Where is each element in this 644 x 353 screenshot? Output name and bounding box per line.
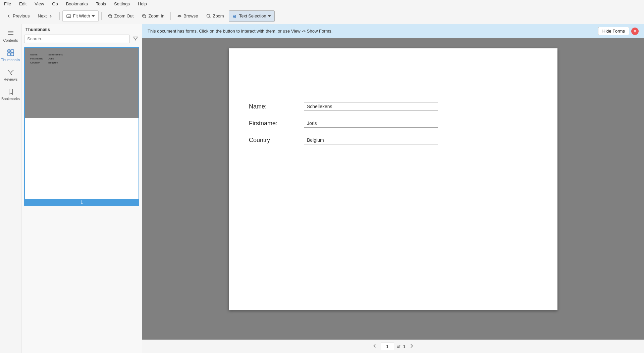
svg-point-10 (207, 14, 210, 17)
page-number-input[interactable] (381, 343, 394, 350)
zoom-in-icon (142, 13, 147, 19)
page-prev-icon (373, 344, 376, 348)
zoom-icon (206, 13, 211, 19)
search-input[interactable] (24, 35, 130, 43)
reviews-icon (7, 69, 14, 76)
pdf-scroll-area[interactable]: Name: Firstname: Country (142, 38, 644, 340)
menu-help[interactable]: Help (137, 1, 148, 7)
close-notice-button[interactable]: × (631, 28, 639, 35)
sidebar-thumbnails-label: Thumbnails (1, 58, 20, 62)
name-label: Name: (249, 103, 296, 110)
thumbnail-bottom-area (25, 118, 139, 199)
zoom-button[interactable]: Zoom (203, 10, 227, 22)
svg-line-8 (145, 17, 146, 18)
browse-icon (177, 13, 182, 19)
svg-point-9 (179, 15, 180, 17)
svg-rect-18 (8, 53, 10, 56)
separator-3 (170, 12, 171, 20)
svg-text:AI: AI (233, 15, 236, 18)
menu-file[interactable]: File (3, 1, 12, 7)
toolbar: Previous Next Fit Width Zoom Out Zoom In (0, 8, 644, 24)
menu-go[interactable]: Go (51, 1, 59, 7)
name-input[interactable] (304, 102, 438, 111)
page-total: 1 (403, 344, 406, 349)
hide-forms-button[interactable]: Hide Forms (598, 27, 629, 35)
fit-width-button[interactable]: Fit Width (62, 10, 98, 22)
close-icon: × (634, 29, 636, 34)
ai-text-icon: AI (232, 13, 238, 19)
forms-notice-message: This document has forms. Click on the bu… (148, 29, 332, 34)
thumbnails-content: Name: Firstname: Country Schellekens Jor… (21, 44, 142, 353)
menu-view[interactable]: View (33, 1, 45, 7)
filter-button[interactable] (132, 35, 139, 43)
sidebar-icons: Contents Thumbnails Reviews Bookmarks (0, 24, 21, 353)
sidebar-item-contents[interactable]: Contents (1, 27, 20, 45)
thumbnails-icon (7, 49, 14, 56)
page-of-label: of (397, 344, 400, 349)
pdf-area: This document has forms. Click on the bu… (142, 24, 644, 353)
sidebar-contents-label: Contents (3, 38, 18, 42)
menu-bookmarks[interactable]: Bookmarks (65, 1, 89, 7)
sidebar-item-thumbnails[interactable]: Thumbnails (1, 46, 20, 64)
thumbnails-search-row (21, 33, 142, 44)
country-input[interactable] (304, 136, 438, 144)
svg-line-4 (111, 17, 112, 18)
browse-button[interactable]: Browse (173, 10, 201, 22)
bookmarks-icon (7, 88, 14, 95)
pdf-page: Name: Firstname: Country (229, 48, 557, 310)
separator-2 (101, 12, 102, 20)
filter-icon (133, 36, 138, 41)
country-label: Country (249, 137, 296, 144)
form-row-country: Country (249, 136, 537, 144)
menu-settings[interactable]: Settings (113, 1, 131, 7)
form-section: Name: Firstname: Country (249, 102, 537, 144)
text-selection-dropdown-icon (268, 15, 271, 17)
firstname-input[interactable] (304, 119, 438, 128)
menu-edit[interactable]: Edit (18, 1, 28, 7)
next-icon (48, 13, 53, 19)
zoom-out-icon (108, 13, 113, 19)
firstname-label: Firstname: (249, 120, 296, 127)
page-next-icon (410, 344, 414, 348)
separator-1 (59, 12, 60, 20)
thumbnails-title: Thumbnails (21, 24, 142, 33)
contents-icon (7, 30, 14, 37)
prev-icon (6, 13, 11, 19)
prev-button[interactable]: Previous (3, 10, 33, 22)
form-row-firstname: Firstname: (249, 119, 537, 128)
thumbnail-page-1[interactable]: Name: Firstname: Country Schellekens Jor… (24, 47, 139, 206)
next-button[interactable]: Next (35, 10, 57, 22)
fit-width-dropdown-icon (92, 15, 95, 17)
sidebar-bookmarks-label: Bookmarks (1, 97, 20, 101)
zoom-out-button[interactable]: Zoom Out (104, 10, 137, 22)
thumbnail-top-area: Name: Firstname: Country Schellekens Jor… (25, 48, 139, 118)
sidebar-item-reviews[interactable]: Reviews (1, 66, 20, 84)
pdf-bottom-nav: of 1 (142, 340, 644, 353)
fit-width-icon (66, 13, 71, 19)
svg-point-20 (8, 50, 10, 52)
svg-rect-19 (11, 53, 14, 56)
zoom-in-button[interactable]: Zoom In (138, 10, 168, 22)
svg-line-11 (210, 17, 211, 18)
menu-tools[interactable]: Tools (95, 1, 107, 7)
thumb-form-labels: Name: Firstname: Country (30, 53, 43, 64)
forms-notice-actions: Hide Forms × (598, 27, 639, 35)
forms-notice: This document has forms. Click on the bu… (142, 24, 644, 38)
page-prev-button[interactable] (371, 343, 378, 350)
sidebar-reviews-label: Reviews (4, 77, 18, 81)
thumb-form-values: Schellekens Joris Belgium (48, 53, 63, 64)
svg-rect-17 (11, 50, 14, 52)
text-selection-button[interactable]: AI Text Selection (229, 10, 275, 22)
thumbnails-panel: Thumbnails Name: Firstname: Country Sc (21, 24, 142, 353)
menu-bar: File Edit View Go Bookmarks Tools Settin… (0, 0, 644, 8)
sidebar-item-bookmarks[interactable]: Bookmarks (1, 85, 20, 103)
page-next-button[interactable] (408, 343, 416, 350)
main-layout: Contents Thumbnails Reviews Bookmarks (0, 24, 644, 353)
thumbnail-page-number: 1 (25, 199, 139, 206)
form-row-name: Name: (249, 102, 537, 111)
